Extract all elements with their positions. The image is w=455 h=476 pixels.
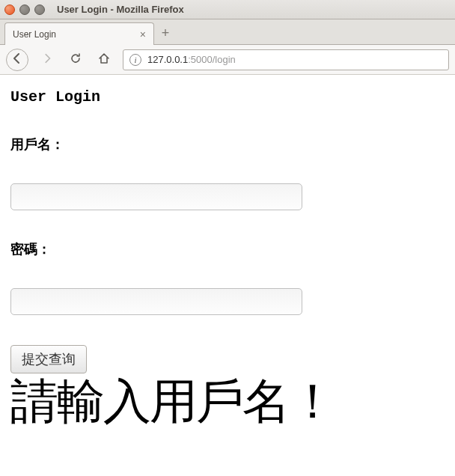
forward-button <box>37 50 57 70</box>
tab-close-icon[interactable]: × <box>140 29 146 40</box>
window-title: User Login - Mozilla Firefox <box>57 4 184 15</box>
submit-button[interactable]: 提交查询 <box>10 345 87 373</box>
tab-strip: User Login × + <box>0 19 455 45</box>
site-info-icon[interactable]: i <box>129 54 141 66</box>
home-icon <box>98 52 110 67</box>
new-tab-button[interactable]: + <box>154 22 177 44</box>
page-content: User Login 用戶名： 密碼： 提交查询 請輸入用戶名！ <box>0 75 455 476</box>
username-input[interactable] <box>10 183 302 210</box>
url-path: :5000/login <box>188 54 236 65</box>
reload-icon <box>70 52 82 67</box>
username-label: 用戶名： <box>10 135 445 153</box>
tab-label: User Login <box>13 29 134 40</box>
window-maximize-icon[interactable] <box>34 4 45 15</box>
tab-user-login[interactable]: User Login × <box>4 22 154 45</box>
url-host: 127.0.0.1 <box>147 54 188 65</box>
url-bar[interactable]: i 127.0.0.1:5000/login <box>123 49 449 70</box>
plus-icon: + <box>162 25 170 41</box>
url-text: 127.0.0.1:5000/login <box>147 54 236 65</box>
reload-button[interactable] <box>66 50 85 70</box>
arrow-left-icon <box>11 52 23 67</box>
home-button[interactable] <box>94 50 114 70</box>
nav-toolbar: i 127.0.0.1:5000/login <box>0 45 455 75</box>
window-close-icon[interactable] <box>4 4 15 15</box>
arrow-right-icon <box>42 53 52 67</box>
window-minimize-icon[interactable] <box>19 4 30 15</box>
page-heading: User Login <box>10 88 445 106</box>
password-input[interactable] <box>10 288 302 315</box>
error-message: 請輸入用戶名！ <box>10 376 445 427</box>
window-titlebar: User Login - Mozilla Firefox <box>0 0 455 19</box>
password-label: 密碼： <box>10 240 445 258</box>
back-button[interactable] <box>6 49 28 71</box>
